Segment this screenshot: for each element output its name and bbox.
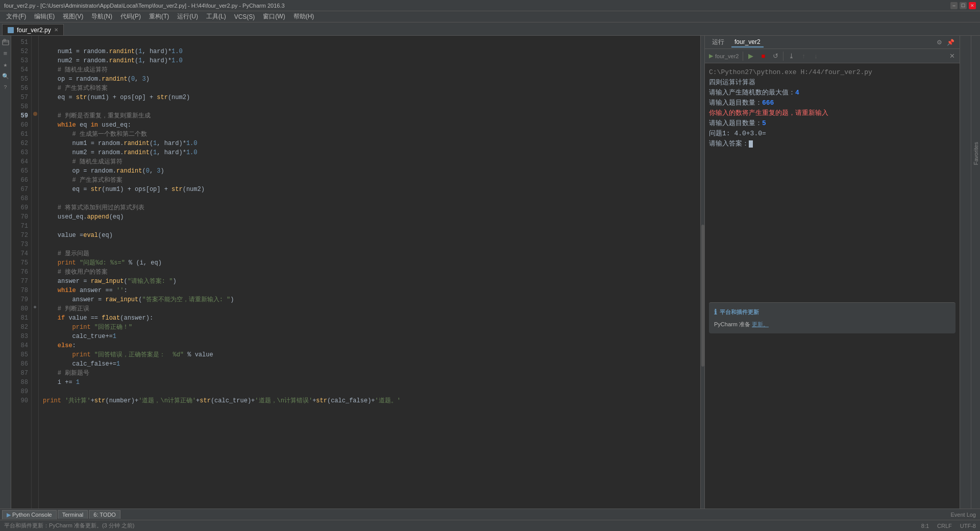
run-config-selector: ▶ four_ver2 — [707, 53, 741, 59]
event-log-button[interactable]: Event Log — [948, 512, 978, 518]
tool-window-bar: ▶ Python Console Terminal 6: TODO Event … — [0, 509, 980, 520]
notification-title: ℹ 平台和插件更新 — [714, 307, 950, 317]
right-sidebar-icon-1[interactable] — [961, 38, 970, 68]
editor-area: 5152535455 5657585960 6162636465 6667686… — [11, 36, 704, 509]
run-pin-button[interactable]: 📌 — [945, 37, 955, 47]
run-tab-run[interactable]: 运行 — [709, 37, 727, 47]
notification-popup: ℹ 平台和插件更新 PyCharm 准备 更新。 — [709, 302, 955, 333]
cursor-indicator — [749, 140, 753, 148]
run-input-3: 5 — [762, 119, 766, 127]
menu-help[interactable]: 帮助(H) — [289, 11, 318, 22]
sidebar-project-icon[interactable] — [1, 38, 10, 47]
menu-refactor[interactable]: 重构(T) — [145, 11, 173, 22]
code-editor[interactable]: num1 = random.randint(1, hard)*1.0 num2 … — [39, 36, 704, 509]
python-console-icon: ▶ — [7, 512, 12, 518]
run-config-icon: ▶ — [709, 53, 713, 59]
status-position: 8:1 — [921, 523, 929, 529]
code-container[interactable]: 5152535455 5657585960 6162636465 6667686… — [11, 36, 704, 509]
bottom-tabs: ▶ Python Console Terminal 6: TODO — [2, 510, 120, 519]
menu-bar: 文件(F) 编辑(E) 视图(V) 导航(N) 代码(P) 重构(T) 运行(U… — [0, 11, 980, 22]
run-prompt-2: 请输入题目数量：666 — [709, 98, 955, 108]
menu-navigate[interactable]: 导航(N) — [87, 11, 116, 22]
run-error-line: 你输入的数将产生重复的题，请重新输入 — [709, 108, 955, 118]
run-panel: 运行 four_ver2 ⚙ 📌 ▶ four_ver2 ▶ ■ ↺ ⤓ — [704, 36, 960, 509]
left-sidebar: ≡ ★ 🔍 ? — [0, 36, 11, 509]
sidebar-favorites-icon[interactable]: ★ — [1, 60, 10, 69]
run-prompt-1: 请输入产生随机数的最大值：4 — [709, 88, 955, 98]
close-button[interactable]: ✕ — [969, 2, 976, 9]
status-charset: UTF-8 — [960, 523, 976, 529]
run-input-1: 4 — [795, 89, 799, 96]
run-tab-four-ver2[interactable]: four_ver2 — [731, 37, 764, 47]
notification-body: PyCharm 准备 更新。 — [714, 319, 950, 329]
run-problem-line: 问题1: 4.0+3.0= — [709, 129, 955, 139]
run-button[interactable]: ▶ — [745, 51, 756, 62]
toolbar-divider — [743, 52, 743, 61]
python-file-icon — [8, 27, 14, 33]
tab-bar: four_ver2.py ✕ — [0, 22, 980, 36]
line-numbers: 5152535455 5657585960 6162636465 6667686… — [11, 36, 32, 509]
sidebar-structure-icon[interactable]: ≡ — [1, 49, 10, 58]
status-line-ending: CRLF — [937, 523, 952, 529]
notification-title-text: 平台和插件更新 — [720, 307, 759, 317]
right-sidebar — [960, 36, 971, 509]
minimize-button[interactable]: – — [950, 2, 958, 9]
run-output: C:\Python27\python.exe H:/44/four_ver2.p… — [705, 63, 960, 509]
menu-tools[interactable]: 工具(L) — [202, 11, 230, 22]
tab-label: four_ver2.py — [17, 27, 51, 34]
breakpoint-gutter[interactable]: ◆ — [32, 36, 39, 509]
run-output-title: 四则运算计算器 — [709, 78, 955, 88]
menu-edit[interactable]: 编辑(E) — [30, 11, 59, 22]
python-console-tab[interactable]: ▶ Python Console — [2, 510, 57, 519]
title-bar-controls: – ☐ ✕ — [950, 2, 976, 9]
stop-button[interactable]: ■ — [757, 51, 769, 62]
editor-tab-four-ver2[interactable]: four_ver2.py ✕ — [2, 24, 64, 35]
menu-vcs[interactable]: VCS(S) — [230, 12, 259, 21]
sidebar-find-icon[interactable]: 🔍 — [1, 71, 10, 81]
run-controls: ⚙ 📌 — [934, 37, 955, 47]
menu-file[interactable]: 文件(F) — [2, 11, 30, 22]
run-answer-prompt: 请输入答案： — [709, 139, 955, 149]
run-config-label: four_ver2 — [715, 53, 739, 59]
run-toolbar: ▶ four_ver2 ▶ ■ ↺ ⤓ ↑ ↓ ✕ — [705, 49, 960, 63]
menu-window[interactable]: 窗口(W) — [259, 11, 289, 22]
status-left: 平台和插件更新：PyCharm 准备更新。(3 分钟 之前) — [4, 522, 913, 529]
maximize-button[interactable]: ☐ — [960, 2, 967, 9]
toolbar-divider-2 — [783, 52, 783, 61]
todo-tab[interactable]: 6: TODO — [89, 510, 120, 519]
scroll-to-end-button[interactable]: ⤓ — [786, 51, 797, 62]
scroll-thumb[interactable] — [701, 225, 704, 367]
title-bar-text: four_ver2.py - [C:\Users\Administrator\A… — [4, 3, 285, 9]
down-button[interactable]: ↓ — [810, 51, 821, 62]
terminal-tab[interactable]: Terminal — [58, 510, 88, 519]
favorites-sidebar: Favorites — [971, 36, 980, 509]
menu-view[interactable]: 视图(V) — [59, 11, 87, 22]
run-settings-button[interactable]: ⚙ — [934, 37, 944, 47]
rerun-button[interactable]: ↺ — [770, 51, 781, 62]
tab-close-button[interactable]: ✕ — [54, 27, 58, 33]
menu-code[interactable]: 代码(P) — [116, 11, 145, 22]
notification-link[interactable]: 更新。 — [752, 321, 769, 327]
run-panel-header: 运行 four_ver2 ⚙ 📌 — [705, 36, 960, 49]
menu-run[interactable]: 运行(U) — [173, 11, 202, 22]
up-button[interactable]: ↑ — [798, 51, 809, 62]
run-command-line: C:\Python27\python.exe H:/44/four_ver2.p… — [709, 67, 955, 78]
favorites-label[interactable]: Favorites — [972, 138, 980, 169]
status-bar: 平台和插件更新：PyCharm 准备更新。(3 分钟 之前) 8:1 CRLF … — [0, 520, 980, 531]
sidebar-debug-icon[interactable]: ? — [1, 83, 10, 92]
info-icon: ℹ — [714, 307, 717, 317]
main-layout: ≡ ★ 🔍 ? 5152535455 5657585960 6162636465… — [0, 36, 980, 509]
editor-scrollbar[interactable] — [700, 36, 704, 509]
close-panel-button[interactable]: ✕ — [946, 51, 958, 62]
run-prompt-3: 请输入题目数量：5 — [709, 118, 955, 129]
run-input-2: 666 — [762, 99, 774, 107]
title-bar: four_ver2.py - [C:\Users\Administrator\A… — [0, 0, 980, 11]
